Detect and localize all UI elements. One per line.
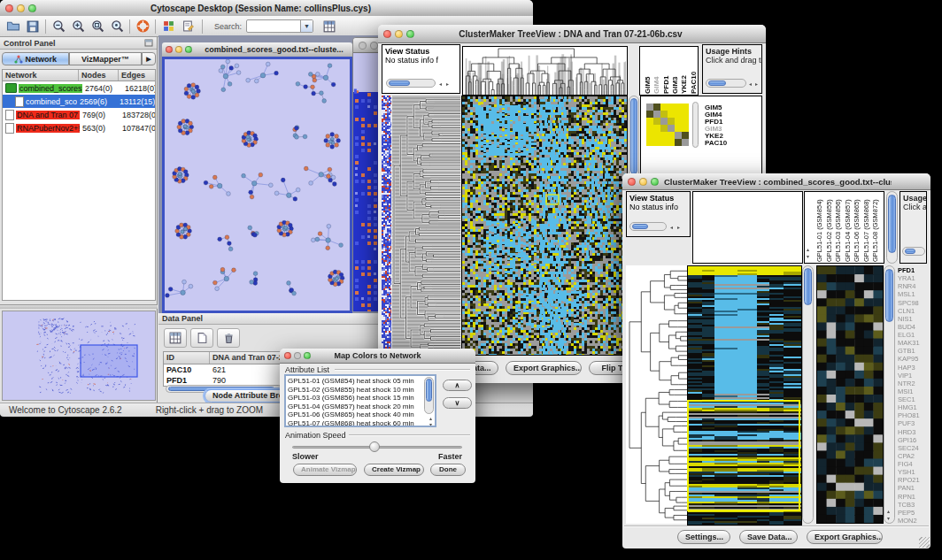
- scroll-thumb[interactable]: [888, 195, 896, 253]
- table-grid-button[interactable]: [164, 328, 187, 348]
- zoom-out-button[interactable]: [49, 18, 68, 35]
- gene-label[interactable]: YSH1: [898, 468, 929, 476]
- matrix-cell[interactable]: [646, 111, 653, 118]
- gene-label[interactable]: ELG1: [898, 331, 929, 339]
- minimize-button[interactable]: [294, 352, 301, 359]
- scroll-right-arrow-icon[interactable]: ▸: [446, 81, 449, 87]
- tab-network[interactable]: Network: [2, 52, 69, 65]
- column-label[interactable]: PAC10: [690, 48, 698, 94]
- move-up-button[interactable]: ∧: [443, 380, 472, 391]
- matrix-cell[interactable]: [660, 118, 668, 125]
- column-label[interactable]: GIM5: [644, 48, 652, 94]
- speed-slider-thumb[interactable]: [369, 441, 380, 452]
- minimize-button[interactable]: [370, 42, 378, 50]
- gene-label[interactable]: BUD4: [898, 323, 929, 331]
- attribute-list-item[interactable]: GPL51-01 (GSM854) heat shock 05 min: [288, 377, 433, 386]
- tv2-status-hscrollbar[interactable]: [629, 222, 667, 231]
- network-graph-view[interactable]: [165, 59, 350, 311]
- network-overview-canvas[interactable]: [3, 311, 155, 400]
- gene-label[interactable]: NTR2: [898, 380, 929, 387]
- attribute-table-button[interactable]: [320, 18, 339, 35]
- column-label[interactable]: GPL51-06 (GSM865): [853, 193, 861, 262]
- gene-label[interactable]: KAP95: [898, 355, 929, 363]
- matrix-cell[interactable]: [675, 125, 682, 132]
- network-tree-row[interactable]: combined_sco2569(6)13112(15): [3, 95, 155, 108]
- tv1-status-hscrollbar[interactable]: [386, 79, 436, 88]
- zoom-button[interactable]: [651, 178, 659, 186]
- minimize-button[interactable]: [17, 4, 25, 12]
- attribute-list-item[interactable]: GPL51-03 (GSM856) heat shock 15 min: [288, 394, 433, 403]
- gene-label[interactable]: GTB1: [898, 347, 929, 355]
- export-graphics-button[interactable]: Export Graphics...: [506, 361, 582, 375]
- attribute-list-item[interactable]: GPL51-04 (GSM857) heat shock 20 min: [288, 403, 433, 411]
- tv2-column-dendrogram[interactable]: [692, 191, 803, 264]
- gene-label[interactable]: PEP5: [898, 509, 929, 517]
- column-label[interactable]: GPL51-01 (GSM854): [815, 193, 823, 262]
- tv1-detail-vscrollbar[interactable]: [692, 102, 699, 148]
- settings-button[interactable]: Settings...: [677, 530, 730, 544]
- minimize-button[interactable]: [639, 178, 647, 186]
- gene-label[interactable]: PFD1: [898, 266, 929, 274]
- zoom-button[interactable]: [185, 46, 192, 53]
- minimize-button[interactable]: [395, 30, 403, 38]
- animate-vizmap-button[interactable]: Animate Vizmap: [293, 464, 357, 476]
- column-label[interactable]: GIM4: [652, 48, 660, 94]
- new-document-button[interactable]: [190, 328, 213, 348]
- matrix-cell[interactable]: [675, 104, 682, 111]
- gene-label[interactable]: CPA2: [898, 452, 929, 460]
- matrix-cell[interactable]: [668, 132, 675, 139]
- gene-label[interactable]: MAK31: [898, 339, 929, 347]
- gene-label[interactable]: TCB3: [898, 501, 929, 509]
- scroll-down-arrow-icon[interactable]: ▾: [887, 516, 890, 521]
- matrix-cell[interactable]: [682, 111, 689, 118]
- matrix-cell[interactable]: [660, 125, 668, 132]
- float-panel-icon[interactable]: [144, 39, 153, 47]
- column-label[interactable]: GPL51-08 (GSM872): [871, 193, 879, 262]
- matrix-cell[interactable]: [660, 139, 668, 146]
- close-button[interactable]: [359, 42, 367, 50]
- gene-label[interactable]: SEC24: [898, 444, 929, 452]
- gene-label[interactable]: PAN1: [898, 484, 929, 492]
- gene-label[interactable]: GPI16: [898, 436, 929, 444]
- scroll-right-arrow-icon[interactable]: ▸: [755, 81, 758, 87]
- gene-label[interactable]: MSL1: [898, 290, 929, 298]
- gene-label[interactable]: SPC98: [898, 299, 929, 307]
- close-button[interactable]: [383, 30, 391, 38]
- treeview1-titlebar[interactable]: ClusterMaker TreeView : DNA and Tran 07-…: [378, 25, 766, 43]
- matrix-cell[interactable]: [668, 139, 675, 146]
- scroll-down-arrow-icon[interactable]: ▾: [807, 254, 809, 259]
- tv2-labels-vscrollbar[interactable]: [886, 191, 898, 264]
- network-frame-titlebar[interactable]: combined_scores_good.txt--cluste...: [162, 42, 352, 58]
- column-label[interactable]: YKE2: [680, 48, 688, 94]
- tab-overflow-arrow[interactable]: ▶: [142, 52, 156, 65]
- attribute-list-item[interactable]: GPL51-06 (GSM865) heat shock 40 min: [288, 410, 433, 419]
- vizmapper-squares-button[interactable]: [158, 18, 178, 35]
- matrix-cell[interactable]: [675, 139, 682, 146]
- create-vizmap-button[interactable]: Create Vizmap: [364, 464, 424, 476]
- scroll-thumb[interactable]: [630, 98, 637, 174]
- matrix-cell[interactable]: [668, 125, 675, 132]
- close-button[interactable]: [166, 46, 173, 53]
- save-data-button[interactable]: Save Data...: [739, 530, 798, 544]
- zoom-selected-button[interactable]: [107, 18, 127, 35]
- minimize-button[interactable]: [175, 46, 182, 53]
- matrix-cell[interactable]: [675, 132, 682, 139]
- scroll-left-arrow-icon[interactable]: ◂: [439, 81, 442, 87]
- scroll-thumb[interactable]: [708, 81, 726, 86]
- gene-label[interactable]: YRA1: [898, 274, 929, 282]
- scroll-right-arrow-icon[interactable]: ▸: [677, 225, 680, 230]
- combo-dropdown-arrow-icon[interactable]: ▼: [300, 20, 313, 32]
- attribute-list-item[interactable]: GPL51-07 (GSM868) heat shock 60 min: [288, 419, 433, 427]
- tab-vizmapper[interactable]: VizMapper™: [69, 52, 142, 65]
- matrix-cell[interactable]: [653, 132, 660, 139]
- help-lifering-button[interactable]: [133, 18, 152, 35]
- matrix-cell[interactable]: [653, 111, 660, 118]
- zoom-in-button[interactable]: [68, 18, 88, 35]
- matrix-cell[interactable]: [668, 104, 675, 111]
- matrix-cell[interactable]: [646, 139, 653, 146]
- gene-label[interactable]: RNR4: [898, 282, 929, 290]
- attribute-list-item[interactable]: GPL51-02 (GSM855) heat shock 10 min: [288, 386, 433, 395]
- tv1-hints-hscrollbar[interactable]: [706, 79, 746, 88]
- matrix-cell[interactable]: [660, 111, 668, 118]
- gene-label[interactable]: FIG4: [898, 460, 929, 468]
